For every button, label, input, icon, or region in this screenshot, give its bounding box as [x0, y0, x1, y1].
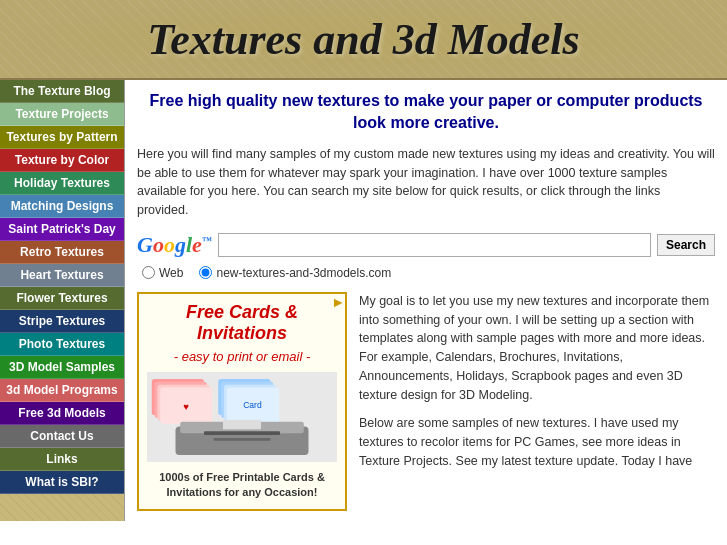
- sidebar-item-the-texture-blog[interactable]: The Texture Blog: [0, 80, 124, 103]
- search-options: Web new-textures-and-3dmodels.com: [142, 266, 715, 280]
- svg-text:♥: ♥: [183, 401, 189, 412]
- main-layout: The Texture BlogTexture ProjectsTextures…: [0, 80, 727, 521]
- sidebar-item-links[interactable]: Links: [0, 448, 124, 471]
- svg-text:Card: Card: [243, 399, 262, 409]
- main-content: Free high quality new textures to make y…: [125, 80, 727, 521]
- search-bar: Google™ Search: [137, 232, 715, 258]
- ad-arrow-icon: ►: [331, 294, 345, 310]
- sidebar-item-photo-textures[interactable]: Photo Textures: [0, 333, 124, 356]
- right-text: My goal is to let you use my new texture…: [359, 292, 715, 511]
- right-paragraph-2: Below are some samples of new textures. …: [359, 414, 715, 470]
- svg-rect-13: [214, 438, 271, 441]
- sidebar-item-holiday-textures[interactable]: Holiday Textures: [0, 172, 124, 195]
- search-input[interactable]: [218, 233, 651, 257]
- sidebar-item-3d-model-programs[interactable]: 3d Model Programs: [0, 379, 124, 402]
- search-button[interactable]: Search: [657, 234, 715, 256]
- ad-image: ♥ Card: [147, 372, 337, 462]
- sidebar-item-3d-model-samples[interactable]: 3D Model Samples: [0, 356, 124, 379]
- right-paragraph-1: My goal is to let you use my new texture…: [359, 292, 715, 405]
- sidebar-item-texture-projects[interactable]: Texture Projects: [0, 103, 124, 126]
- ad-footer: 1000s of Free Printable Cards & Invitati…: [147, 470, 337, 501]
- bottom-section: ► Free Cards & Invitations - easy to pri…: [137, 292, 715, 511]
- google-logo: Google™: [137, 232, 212, 258]
- svg-rect-14: [223, 420, 261, 430]
- sidebar-item-free-3d-models[interactable]: Free 3d Models: [0, 402, 124, 425]
- page-headline: Free high quality new textures to make y…: [137, 90, 715, 135]
- sidebar-item-textures-by-pattern[interactable]: Textures by Pattern: [0, 126, 124, 149]
- sidebar-item-retro-textures[interactable]: Retro Textures: [0, 241, 124, 264]
- radio-site[interactable]: new-textures-and-3dmodels.com: [199, 266, 391, 280]
- sidebar-item-stripe-textures[interactable]: Stripe Textures: [0, 310, 124, 333]
- ad-box: ► Free Cards & Invitations - easy to pri…: [137, 292, 347, 511]
- sidebar-item-saint-patricks-day[interactable]: Saint Patrick's Day: [0, 218, 124, 241]
- sidebar: The Texture BlogTexture ProjectsTextures…: [0, 80, 125, 521]
- site-title: Textures and 3d Models: [147, 14, 579, 65]
- intro-text: Here you will find many samples of my cu…: [137, 145, 715, 220]
- ad-subtitle: - easy to print or email -: [147, 349, 337, 364]
- sidebar-item-flower-textures[interactable]: Flower Textures: [0, 287, 124, 310]
- sidebar-item-texture-by-color[interactable]: Texture by Color: [0, 149, 124, 172]
- svg-rect-12: [204, 431, 280, 435]
- site-header: Textures and 3d Models: [0, 0, 727, 80]
- ad-title: Free Cards & Invitations: [147, 302, 337, 345]
- sidebar-item-matching-designs[interactable]: Matching Designs: [0, 195, 124, 218]
- sidebar-item-contact-us[interactable]: Contact Us: [0, 425, 124, 448]
- sidebar-item-heart-textures[interactable]: Heart Textures: [0, 264, 124, 287]
- sidebar-item-what-is-sbi[interactable]: What is SBI?: [0, 471, 124, 494]
- radio-web[interactable]: Web: [142, 266, 183, 280]
